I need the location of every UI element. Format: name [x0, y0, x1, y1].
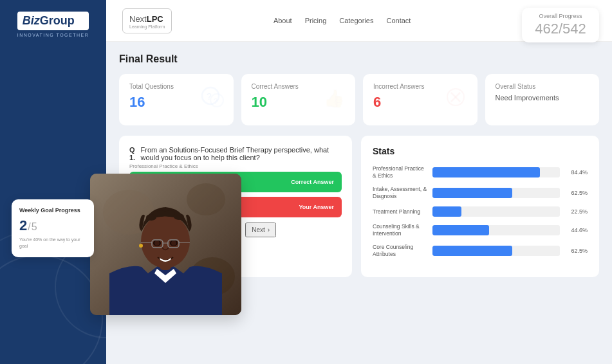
weekly-goal-sep: / [28, 221, 30, 233]
stat-bar-label-2: Treatment Planning [373, 208, 427, 215]
overall-progress-card: Overall Progress 462/542 [522, 8, 599, 42]
weekly-goal-score: 2 / 5 [19, 217, 86, 234]
stat-bar-fill-3 [432, 225, 489, 235]
svg-point-12 [154, 241, 160, 246]
stat-bar-fill-1 [432, 188, 512, 198]
svg-point-19 [139, 244, 143, 248]
nav-logo-next: Next [129, 14, 147, 24]
stat-card-correct: Correct Answers 10 👍 [241, 74, 356, 125]
xmark-icon [443, 86, 468, 113]
stats-cards: Total Questions 16 ?? Correct Answers 10… [119, 74, 599, 125]
stat-bar-row: Intake, Assessment, & Diagnosis 62.5% [373, 186, 588, 200]
stats-panel: Stats Professional Practice & Ethics 84.… [361, 136, 599, 277]
wrong-answer-badge: Your Answer [299, 204, 334, 210]
overall-total: 542 [562, 21, 586, 37]
svg-text:👍: 👍 [324, 88, 345, 109]
stat-card-incorrect: Incorrect Answers 6 [363, 74, 478, 125]
stat-bar-track-4 [432, 246, 560, 256]
nav-links: About Pricing Categories Contact [274, 17, 411, 24]
nav-link-categories[interactable]: Categories [339, 17, 373, 24]
stats-panel-title: Stats [373, 146, 588, 156]
svg-text:?: ? [214, 97, 218, 105]
stat-bar-track-2 [432, 206, 560, 217]
logo-biz: Biz [23, 14, 40, 28]
stat-bar-fill-0 [432, 167, 540, 177]
weekly-goal-current: 2 [19, 217, 27, 234]
overall-progress-label: Overall Progress [533, 13, 588, 19]
stat-bar-label-4: Core Counseling Attributes [373, 244, 427, 258]
stat-bar-pct-2: 22.5% [565, 208, 588, 215]
nav-logo-sub: Learning Platform [129, 24, 165, 29]
stat-bar-pct-3: 44.6% [565, 227, 588, 233]
stat-bar-row: Core Counseling Attributes 62.5% [373, 244, 588, 258]
stat-bar-label-3: Counseling Skills & Intervention [373, 223, 427, 237]
stat-bar-row: Treatment Planning 22.5% [373, 206, 588, 217]
stat-bar-track-1 [432, 188, 560, 198]
stat-bar-pct-4: 62.5% [565, 248, 588, 254]
overall-current: 462 [535, 21, 559, 37]
nav-link-about[interactable]: About [274, 17, 292, 24]
weekly-goal-desc: You're 40% on the way to your goal [19, 237, 86, 250]
person-image [90, 174, 241, 315]
weekly-goal-card: Weekly Goal Progress 2 / 5 You're 40% on… [12, 199, 94, 257]
stat-card-status-title: Overall Status [496, 83, 589, 90]
page-title: Final Result [119, 53, 599, 65]
stat-bar-track-3 [432, 225, 560, 235]
stat-bar-label-1: Intake, Assessment, & Diagnosis [373, 186, 427, 200]
stats-bars-container: Professional Practice & Ethics 84.4% Int… [373, 165, 588, 258]
weekly-goal-total: 5 [32, 221, 37, 233]
thumbsup-icon: 👍 [320, 86, 346, 113]
svg-point-8 [165, 210, 175, 217]
svg-point-7 [156, 210, 166, 217]
question-text: From an Solutions-Focused Brief Therapy … [141, 146, 342, 161]
stat-bar-pct-0: 84.4% [565, 169, 588, 176]
stat-bar-pct-1: 62.5% [565, 190, 588, 196]
stat-bar-fill-4 [432, 246, 512, 256]
correct-answer-badge: Correct Answer [291, 179, 334, 185]
logo-group: Group [40, 14, 75, 28]
next-label: Next [252, 226, 265, 233]
svg-point-13 [171, 241, 176, 246]
chevron-right-icon: › [268, 226, 270, 233]
nav-link-pricing[interactable]: Pricing [305, 17, 327, 24]
question-category: Professional Practice & Ethics [129, 163, 342, 169]
question-number: Q 1. [129, 146, 138, 161]
stat-bar-row: Professional Practice & Ethics 84.4% [373, 165, 588, 179]
nav-logo-lpc: LPC [147, 14, 163, 24]
stat-card-total-questions: Total Questions 16 ?? [119, 74, 234, 125]
nav-logo: NextLPC Learning Platform [122, 8, 172, 33]
weekly-goal-title: Weekly Goal Progress [19, 207, 86, 214]
stat-bar-label-0: Professional Practice & Ethics [373, 165, 427, 179]
stat-bar-fill-2 [432, 206, 461, 217]
next-button[interactable]: Next › [245, 223, 276, 237]
svg-point-2 [187, 183, 225, 215]
question-icon: ?? [199, 86, 225, 113]
logo-tagline: INNOVATING TOGETHER [17, 33, 89, 37]
stat-card-status-value: Need Improvements [496, 94, 589, 102]
sidebar-logo: Biz Group INNOVATING TOGETHER [17, 12, 89, 37]
svg-point-6 [146, 214, 156, 221]
overall-progress-value: 462/542 [533, 21, 588, 37]
stat-card-status: Overall Status Need Improvements [485, 74, 600, 125]
nav-link-contact[interactable]: Contact [386, 17, 411, 24]
stat-bar-track-0 [432, 167, 560, 177]
svg-point-9 [174, 214, 184, 220]
stat-bar-row: Counseling Skills & Intervention 44.6% [373, 223, 588, 237]
